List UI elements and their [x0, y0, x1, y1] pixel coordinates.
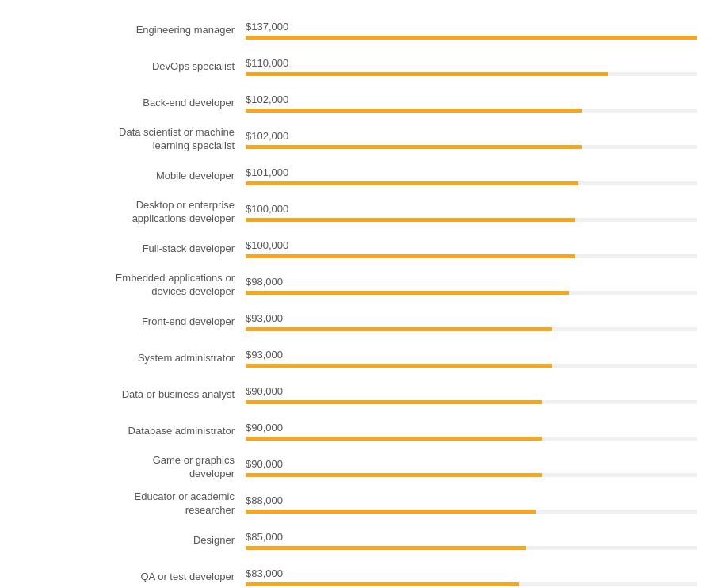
- bar-track: [246, 510, 697, 514]
- role-label: Engineering manager: [24, 24, 246, 37]
- bar-fill: [246, 437, 542, 441]
- role-label: Game or graphicsdeveloper: [24, 454, 246, 481]
- bar-area: $100,000: [246, 239, 697, 258]
- chart-row: Educator or academicresearcher$88,000: [24, 490, 697, 518]
- role-label: Database administrator: [24, 425, 246, 438]
- salary-chart: Engineering manager$137,000DevOps specia…: [24, 16, 697, 588]
- chart-row: Game or graphicsdeveloper$90,000: [24, 453, 697, 482]
- bar-area: $90,000: [246, 458, 697, 477]
- bar-area: $83,000: [246, 567, 697, 586]
- salary-label: $90,000: [246, 458, 697, 470]
- salary-label: $93,000: [246, 312, 697, 324]
- role-label: DevOps specialist: [24, 60, 246, 74]
- bar-area: $137,000: [246, 21, 697, 40]
- bar-area: $90,000: [246, 422, 697, 441]
- bar-fill: [246, 36, 697, 40]
- chart-row: Desktop or enterpriseapplications develo…: [24, 198, 697, 227]
- role-label: Designer: [24, 534, 246, 548]
- bar-fill: [246, 72, 608, 76]
- salary-label: $110,000: [246, 57, 697, 69]
- bar-fill: [246, 327, 552, 331]
- bar-fill: [246, 109, 582, 113]
- chart-row: Database administrator$90,000: [24, 417, 697, 445]
- bar-area: $93,000: [246, 312, 697, 331]
- bar-area: $93,000: [246, 349, 697, 368]
- chart-row: Full-stack developer$100,000: [24, 235, 697, 263]
- bar-fill: [246, 181, 578, 185]
- bar-fill: [246, 291, 569, 295]
- salary-label: $102,000: [246, 130, 697, 142]
- bar-fill: [246, 473, 542, 477]
- role-label: Educator or academicresearcher: [24, 491, 246, 517]
- chart-row: Front-end developer$93,000: [24, 307, 697, 336]
- bar-track: [246, 145, 697, 149]
- salary-label: $93,000: [246, 349, 697, 361]
- bar-track: [246, 218, 697, 222]
- bar-track: [246, 72, 697, 76]
- role-label: Mobile developer: [24, 170, 246, 183]
- chart-row: QA or test developer$83,000: [24, 563, 697, 588]
- salary-label: $88,000: [246, 494, 697, 506]
- bar-area: $110,000: [246, 57, 697, 76]
- chart-row: Mobile developer$101,000: [24, 162, 697, 190]
- role-label: Back-end developer: [24, 97, 246, 110]
- salary-label: $90,000: [246, 385, 697, 397]
- role-label: Embedded applications ordevices develope…: [24, 272, 246, 299]
- chart-row: Back-end developer$102,000: [24, 89, 697, 117]
- salary-label: $83,000: [246, 567, 697, 579]
- bar-track: [246, 181, 697, 185]
- bar-area: $85,000: [246, 531, 697, 550]
- salary-label: $100,000: [246, 239, 697, 251]
- role-label: Data scientist or machinelearning specia…: [24, 126, 246, 153]
- salary-label: $137,000: [246, 21, 697, 32]
- chart-row: DevOps specialist$110,000: [24, 52, 697, 81]
- role-label: Full-stack developer: [24, 242, 246, 256]
- bar-area: $101,000: [246, 166, 697, 185]
- bar-track: [246, 400, 697, 404]
- chart-row: Data or business analyst$90,000: [24, 380, 697, 409]
- bar-fill: [246, 218, 575, 222]
- salary-label: $102,000: [246, 94, 697, 105]
- bar-fill: [246, 400, 542, 404]
- role-label: QA or test developer: [24, 571, 246, 584]
- bar-track: [246, 546, 697, 550]
- role-label: System administrator: [24, 352, 246, 365]
- bar-fill: [246, 546, 526, 550]
- chart-row: Data scientist or machinelearning specia…: [24, 125, 697, 154]
- bar-area: $102,000: [246, 130, 697, 149]
- bar-track: [246, 109, 697, 113]
- bar-area: $90,000: [246, 385, 697, 404]
- role-label: Data or business analyst: [24, 388, 246, 402]
- role-label: Desktop or enterpriseapplications develo…: [24, 199, 246, 226]
- bar-track: [246, 437, 697, 441]
- chart-row: Embedded applications ordevices develope…: [24, 271, 697, 300]
- role-label: Front-end developer: [24, 315, 246, 329]
- bar-area: $98,000: [246, 276, 697, 295]
- bar-fill: [246, 510, 536, 514]
- bar-area: $88,000: [246, 494, 697, 514]
- bar-track: [246, 364, 697, 368]
- salary-label: $90,000: [246, 422, 697, 433]
- salary-label: $101,000: [246, 166, 697, 178]
- bar-track: [246, 36, 697, 40]
- bar-fill: [246, 254, 575, 258]
- salary-label: $85,000: [246, 531, 697, 543]
- bar-track: [246, 473, 697, 477]
- chart-row: Designer$85,000: [24, 526, 697, 555]
- bar-area: $100,000: [246, 203, 697, 222]
- bar-track: [246, 327, 697, 331]
- salary-label: $98,000: [246, 276, 697, 288]
- bar-fill: [246, 145, 582, 149]
- chart-row: System administrator$93,000: [24, 344, 697, 372]
- bar-area: $102,000: [246, 94, 697, 113]
- bar-fill: [246, 582, 519, 586]
- bar-fill: [246, 364, 552, 368]
- salary-label: $100,000: [246, 203, 697, 215]
- bar-track: [246, 582, 697, 586]
- bar-track: [246, 254, 697, 258]
- bar-track: [246, 291, 697, 295]
- chart-row: Engineering manager$137,000: [24, 16, 697, 44]
